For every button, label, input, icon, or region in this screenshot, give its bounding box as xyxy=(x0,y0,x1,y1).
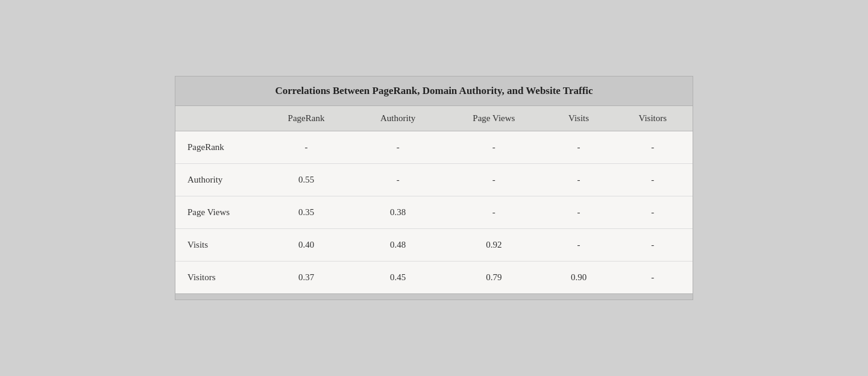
header-visitors: Visitors xyxy=(613,106,693,131)
cell-1-3: - xyxy=(544,164,612,196)
header-visits: Visits xyxy=(544,106,612,131)
cell-3-2: 0.92 xyxy=(443,229,544,262)
cell-0-4: - xyxy=(613,131,693,164)
cell-3-3: - xyxy=(544,229,612,262)
table-body: PageRank-----Authority0.55----Page Views… xyxy=(175,131,693,294)
cell-0-3: - xyxy=(544,131,612,164)
cell-4-3: 0.90 xyxy=(544,262,612,294)
correlation-table: PageRank Authority Page Views Visits Vis… xyxy=(175,106,693,293)
table-row: Authority0.55---- xyxy=(175,164,693,196)
cell-4-0: 0.37 xyxy=(260,262,353,294)
row-label-visitors: Visitors xyxy=(175,262,260,294)
table-row: Page Views0.350.38--- xyxy=(175,196,693,229)
cell-4-4: - xyxy=(613,262,693,294)
cell-2-4: - xyxy=(613,196,693,229)
table-bottom-bar xyxy=(175,293,693,299)
table-title: Correlations Between PageRank, Domain Au… xyxy=(175,77,693,106)
row-label-authority: Authority xyxy=(175,164,260,196)
header-empty xyxy=(175,106,260,131)
row-label-visits: Visits xyxy=(175,229,260,262)
row-label-page-views: Page Views xyxy=(175,196,260,229)
table-row: Visits0.400.480.92-- xyxy=(175,229,693,262)
cell-3-0: 0.40 xyxy=(260,229,353,262)
header-page-views: Page Views xyxy=(443,106,544,131)
cell-2-1: 0.38 xyxy=(353,196,443,229)
cell-4-1: 0.45 xyxy=(353,262,443,294)
header-authority: Authority xyxy=(353,106,443,131)
header-pagerank: PageRank xyxy=(260,106,353,131)
cell-1-4: - xyxy=(613,164,693,196)
cell-1-0: 0.55 xyxy=(260,164,353,196)
cell-0-0: - xyxy=(260,131,353,164)
cell-1-1: - xyxy=(353,164,443,196)
cell-2-2: - xyxy=(443,196,544,229)
cell-3-1: 0.48 xyxy=(353,229,443,262)
correlation-table-container: Correlations Between PageRank, Domain Au… xyxy=(175,76,693,300)
cell-2-3: - xyxy=(544,196,612,229)
cell-1-2: - xyxy=(443,164,544,196)
cell-4-2: 0.79 xyxy=(443,262,544,294)
table-row: Visitors0.370.450.790.90- xyxy=(175,262,693,294)
table-row: PageRank----- xyxy=(175,131,693,164)
cell-0-2: - xyxy=(443,131,544,164)
row-label-pagerank: PageRank xyxy=(175,131,260,164)
cell-3-4: - xyxy=(613,229,693,262)
table-header-row: PageRank Authority Page Views Visits Vis… xyxy=(175,106,693,131)
cell-2-0: 0.35 xyxy=(260,196,353,229)
cell-0-1: - xyxy=(353,131,443,164)
